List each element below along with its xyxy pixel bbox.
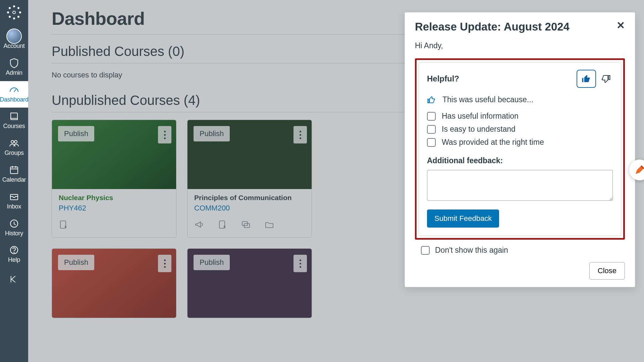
svg-point-19	[14, 252, 14, 253]
book-icon	[9, 111, 19, 122]
close-button[interactable]: Close	[589, 262, 625, 280]
feedback-option-row[interactable]: Is easy to understand	[427, 125, 613, 134]
course-card[interactable]: Publish Nuclear Physics PHY462	[52, 120, 176, 238]
nav-label-help: Help	[8, 257, 20, 263]
card-menu-button[interactable]	[158, 126, 171, 143]
kebab-icon	[300, 259, 301, 268]
checkbox[interactable]	[427, 112, 436, 121]
assignments-icon[interactable]	[59, 220, 68, 231]
nav-help[interactable]: Help	[0, 241, 28, 268]
checkbox[interactable]	[427, 138, 436, 147]
help-icon	[9, 245, 19, 255]
nav-dashboard[interactable]: Dashboard	[0, 81, 28, 108]
svg-line-9	[14, 89, 16, 92]
publish-button[interactable]: Publish	[194, 255, 230, 270]
nav-courses[interactable]: Courses	[0, 108, 28, 134]
inbox-icon	[9, 191, 19, 202]
dont-show-label: Don't show this again	[435, 246, 508, 255]
course-hero: Publish	[52, 249, 176, 318]
files-icon[interactable]	[265, 220, 274, 231]
course-card[interactable]: Publish	[187, 248, 312, 318]
course-hero: Publish	[187, 249, 312, 318]
checkbox[interactable]	[421, 246, 430, 255]
course-name[interactable]: Principles of Communication	[194, 194, 305, 202]
publish-button[interactable]: Publish	[58, 255, 94, 270]
nav-history[interactable]: History	[0, 215, 28, 242]
app-logo[interactable]	[5, 3, 23, 21]
nav-label-dashboard: Dashboard	[0, 97, 29, 103]
collapse-nav-button[interactable]	[9, 274, 19, 286]
feedback-question: Helpful?	[427, 74, 459, 83]
svg-point-4	[9, 7, 11, 9]
nav-label-calendar: Calendar	[2, 177, 26, 183]
release-update-panel: Release Update: August 2024 ✕ Hi Andy, H…	[405, 12, 635, 287]
nav-label-courses: Courses	[3, 123, 25, 130]
card-menu-button[interactable]	[293, 255, 307, 272]
close-icon[interactable]: ✕	[616, 20, 625, 31]
card-menu-button[interactable]	[293, 126, 307, 143]
calendar-icon	[9, 165, 19, 175]
announcements-icon[interactable]	[194, 220, 204, 231]
feedback-option-row[interactable]: Has useful information	[427, 112, 613, 121]
svg-point-3	[19, 11, 21, 13]
additional-feedback-textarea[interactable]	[427, 170, 613, 201]
feedback-option-row[interactable]: Was provided at the right time	[427, 138, 613, 147]
checkbox[interactable]	[427, 125, 436, 134]
svg-point-1	[13, 17, 15, 19]
course-hero: Publish	[52, 120, 176, 189]
kebab-icon	[164, 131, 166, 139]
additional-feedback-label: Additional feedback:	[427, 156, 613, 165]
course-card[interactable]: Publish Principles of Communication COMM…	[187, 120, 312, 238]
feedback-option-label: Was provided at the right time	[442, 138, 544, 147]
course-card[interactable]: Publish	[52, 248, 176, 318]
course-code[interactable]: PHY462	[59, 204, 169, 213]
nav-admin[interactable]: Admin	[0, 54, 28, 81]
nav-inbox[interactable]: Inbox	[0, 188, 28, 215]
course-name[interactable]: Nuclear Physics	[59, 194, 169, 202]
nav-groups[interactable]: Groups	[0, 134, 28, 161]
svg-point-5	[17, 7, 19, 9]
feedback-highlight-outline: Helpful? This was useful because...	[415, 58, 625, 240]
kebab-icon	[164, 259, 166, 268]
course-code[interactable]: COMM200	[194, 204, 305, 213]
clock-icon	[9, 218, 19, 229]
nav-label-inbox: Inbox	[7, 203, 21, 210]
feedback-option-label: Has useful information	[442, 112, 519, 121]
shield-icon	[9, 58, 19, 68]
feedback-card: Helpful? This was useful because...	[419, 62, 621, 236]
divider	[52, 63, 421, 63]
assignments-icon[interactable]	[218, 220, 227, 231]
release-greeting: Hi Andy,	[415, 41, 625, 50]
thumbs-up-button[interactable]	[577, 70, 596, 88]
thumbs-down-icon	[601, 74, 611, 84]
release-title: Release Update: August 2024	[415, 20, 570, 33]
thumbs-up-outline-icon	[427, 96, 436, 104]
main-region: Dashboard Published Courses (0) No cours…	[28, 0, 644, 362]
svg-point-0	[13, 5, 15, 7]
kebab-icon	[300, 131, 301, 139]
divider	[52, 34, 421, 35]
feedback-reason-prompt: This was useful because...	[442, 95, 533, 104]
dont-show-row[interactable]: Don't show this again	[421, 246, 625, 255]
thumbs-down-button[interactable]	[599, 70, 613, 88]
nav-label-admin: Admin	[6, 70, 22, 76]
discussions-icon[interactable]	[241, 220, 251, 231]
nav-calendar[interactable]: Calendar	[0, 161, 28, 188]
people-icon	[9, 138, 19, 148]
thumbs-up-icon	[581, 74, 591, 84]
svg-point-10	[11, 140, 14, 143]
publish-button[interactable]: Publish	[194, 126, 230, 141]
gauge-icon	[9, 84, 19, 95]
publish-button[interactable]: Publish	[58, 126, 94, 141]
pencil-icon	[634, 164, 644, 176]
card-menu-button[interactable]	[158, 255, 171, 272]
global-nav: Account Admin Dashboard Courses Groups C…	[0, 0, 28, 362]
nav-label-account: Account	[4, 43, 25, 50]
nav-account[interactable]: Account	[0, 27, 28, 54]
svg-rect-12	[10, 167, 18, 174]
divider	[52, 112, 421, 112]
svg-point-6	[9, 16, 11, 18]
course-card-grid: Publish Nuclear Physics PHY462 Publish	[52, 120, 421, 318]
nav-label-groups: Groups	[4, 150, 23, 157]
submit-feedback-button[interactable]: Submit Feedback	[427, 209, 499, 228]
